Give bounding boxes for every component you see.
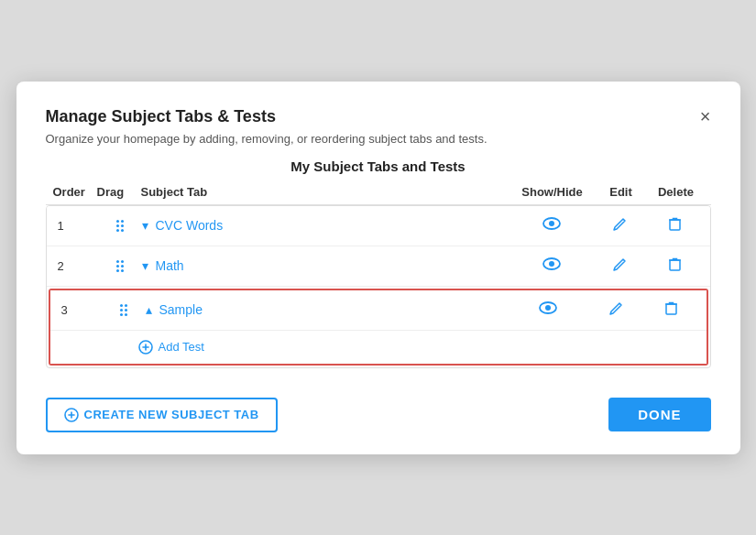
- show-hide-btn-3[interactable]: [535, 300, 561, 320]
- delete-cell-1: [648, 215, 703, 236]
- row-order-2: 2: [54, 259, 98, 273]
- show-hide-cell-2: [510, 256, 593, 276]
- edit-cell-3: [589, 300, 644, 321]
- show-hide-cell-3: [507, 300, 589, 320]
- chevron-btn-1[interactable]: ▾: [142, 218, 148, 233]
- chevron-btn-2[interactable]: ▾: [142, 258, 148, 273]
- delete-btn-2[interactable]: [665, 256, 685, 277]
- edit-cell-2: [593, 256, 648, 277]
- table-body: 1 ▾ CVC Words: [46, 205, 711, 368]
- delete-cell-3: [644, 300, 699, 321]
- table-row: 3 ▴ Sample: [50, 290, 707, 330]
- drag-handle-2[interactable]: [98, 260, 142, 272]
- modal-footer: CREATE NEW SUBJECT TAB DONE: [46, 398, 711, 432]
- create-tab-label: CREATE NEW SUBJECT TAB: [84, 408, 259, 421]
- col-drag: Drag: [97, 185, 141, 199]
- col-order: Order: [53, 185, 97, 199]
- show-hide-btn-2[interactable]: [539, 256, 564, 276]
- drag-dots-icon: [116, 260, 124, 272]
- svg-point-1: [549, 221, 554, 226]
- svg-point-7: [545, 305, 551, 311]
- add-test-label: Add Test: [159, 340, 204, 354]
- delete-cell-2: [648, 256, 703, 277]
- add-test-row: Add Test: [50, 330, 707, 364]
- svg-rect-5: [670, 260, 680, 270]
- table-header: Order Drag Subject Tab Show/Hide Edit De…: [46, 185, 711, 205]
- add-test-button[interactable]: Add Test: [138, 340, 204, 355]
- modal: Manage Subject Tabs & Tests × Organize y…: [16, 82, 740, 454]
- edit-cell-1: [593, 215, 648, 236]
- delete-btn-3[interactable]: [662, 300, 681, 321]
- drag-handle-1[interactable]: [98, 220, 142, 232]
- modal-subtitle: Organize your homepage by adding, removi…: [46, 132, 711, 146]
- tab-label-2: Math: [156, 258, 184, 273]
- edit-btn-2[interactable]: [609, 256, 630, 277]
- svg-rect-8: [666, 304, 676, 314]
- col-delete: Delete: [649, 185, 704, 199]
- tab-name-3: ▴ Sample: [146, 302, 507, 317]
- section-title: My Subject Tabs and Tests: [46, 158, 711, 174]
- modal-header: Manage Subject Tabs & Tests ×: [46, 107, 711, 126]
- tab-name-1: ▾ CVC Words: [142, 218, 510, 233]
- modal-overlay: Manage Subject Tabs & Tests × Organize y…: [0, 0, 756, 535]
- svg-point-4: [549, 261, 554, 267]
- modal-title: Manage Subject Tabs & Tests: [46, 107, 276, 126]
- tab-name-2: ▾ Math: [142, 258, 510, 273]
- edit-btn-1[interactable]: [609, 215, 630, 236]
- chevron-btn-3[interactable]: ▴: [146, 302, 152, 317]
- edit-btn-3[interactable]: [606, 300, 627, 321]
- col-edit: Edit: [594, 185, 649, 199]
- tab-label-3: Sample: [159, 302, 203, 317]
- row-order-3: 3: [58, 303, 102, 317]
- table-row: 2 ▾ Math: [47, 246, 710, 287]
- highlighted-row-wrapper: 3 ▴ Sample: [49, 289, 708, 366]
- create-tab-button[interactable]: CREATE NEW SUBJECT TAB: [46, 398, 278, 432]
- show-hide-btn-1[interactable]: [539, 215, 564, 235]
- col-show-hide: Show/Hide: [511, 185, 594, 199]
- drag-dots-icon: [120, 304, 127, 316]
- svg-rect-2: [670, 220, 680, 230]
- done-button[interactable]: DONE: [608, 398, 710, 431]
- col-subject-tab: Subject Tab: [141, 185, 511, 199]
- show-hide-cell-1: [510, 215, 593, 235]
- tab-label-1: CVC Words: [156, 218, 224, 233]
- row-order-1: 1: [54, 219, 98, 233]
- close-button[interactable]: ×: [700, 107, 711, 126]
- drag-handle-3[interactable]: [102, 304, 146, 316]
- delete-btn-1[interactable]: [665, 215, 685, 236]
- drag-dots-icon: [116, 220, 124, 232]
- table-row: 1 ▾ CVC Words: [47, 206, 710, 246]
